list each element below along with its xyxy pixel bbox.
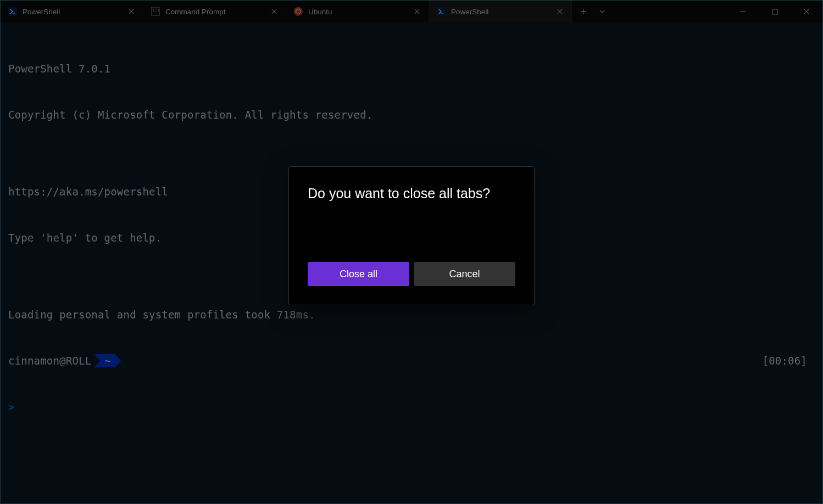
cancel-button[interactable]: Cancel <box>414 262 515 286</box>
close-tabs-dialog: Do you want to close all tabs? Close all… <box>288 166 535 305</box>
dialog-button-row: Close all Cancel <box>308 262 515 286</box>
close-all-button[interactable]: Close all <box>308 262 409 286</box>
dialog-title: Do you want to close all tabs? <box>308 186 515 201</box>
